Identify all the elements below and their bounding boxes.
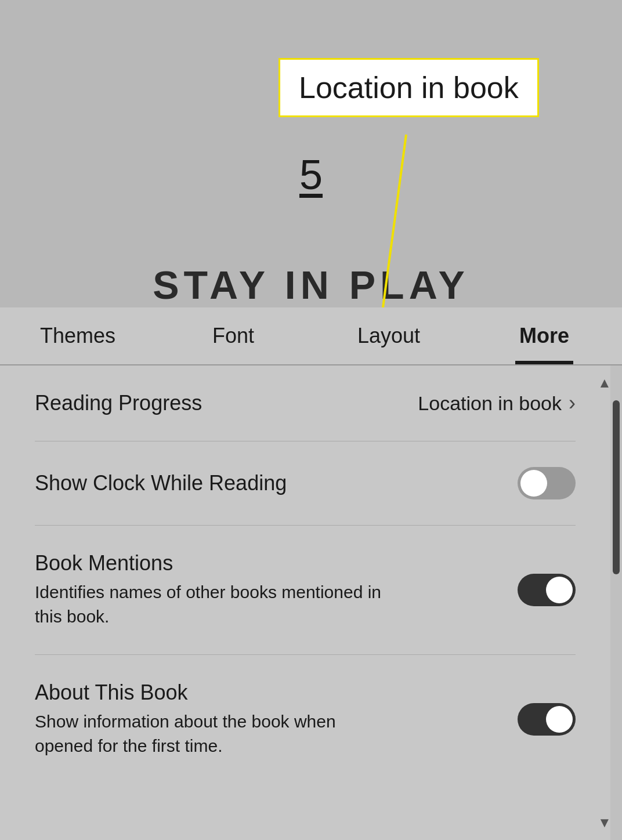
show-clock-title: Show Clock While Reading <box>35 471 518 495</box>
location-tooltip: Location in book <box>279 58 539 117</box>
show-clock-toggle[interactable] <box>518 467 576 499</box>
tab-more[interactable]: More <box>466 307 622 364</box>
book-mentions-title: Book Mentions <box>35 551 518 575</box>
show-clock-left: Show Clock While Reading <box>35 471 518 495</box>
tab-bar: Themes Font Layout More <box>0 307 622 365</box>
show-clock-right <box>518 467 576 499</box>
book-mentions-subtitle: Identifies names of other books mentione… <box>35 580 395 629</box>
book-mentions-right <box>518 574 576 606</box>
reading-progress-item[interactable]: Reading Progress Location in book › <box>35 365 576 441</box>
book-mentions-left: Book Mentions Identifies names of other … <box>35 551 518 629</box>
reading-progress-left: Reading Progress <box>35 391 418 415</box>
page-number-area: 5 <box>299 151 323 198</box>
tab-themes[interactable]: Themes <box>0 307 156 364</box>
settings-panel: ▲ ▼ Reading Progress Location in book › … <box>0 365 622 840</box>
about-book-item: About This Book Show information about t… <box>35 655 576 784</box>
about-book-left: About This Book Show information about t… <box>35 680 518 758</box>
tooltip-text: Location in book <box>299 71 519 104</box>
tab-layout[interactable]: Layout <box>311 307 466 364</box>
tab-font[interactable]: Font <box>156 307 311 364</box>
book-mentions-toggle-knob <box>546 577 573 603</box>
book-mentions-item: Book Mentions Identifies names of other … <box>35 526 576 655</box>
show-clock-item: Show Clock While Reading <box>35 441 576 526</box>
book-mentions-toggle[interactable] <box>518 574 576 606</box>
scrollbar-thumb[interactable] <box>613 400 620 574</box>
page-number: 5 <box>299 151 323 198</box>
about-book-right <box>518 703 576 736</box>
reading-progress-title: Reading Progress <box>35 391 418 415</box>
book-title-partial: STAY IN PLAY <box>0 262 622 307</box>
about-book-subtitle: Show information about the book when ope… <box>35 709 395 758</box>
reading-progress-value: Location in book <box>418 392 562 415</box>
settings-content: Reading Progress Location in book › Show… <box>0 365 622 784</box>
show-clock-toggle-knob <box>520 470 547 497</box>
scrollbar-track <box>610 365 622 840</box>
reading-progress-right: Location in book › <box>418 391 576 415</box>
scrollbar-down-button[interactable]: ▼ <box>587 805 622 840</box>
book-area: Location in book 5 STAY IN PLAY <box>0 0 622 307</box>
about-book-title: About This Book <box>35 680 518 705</box>
about-book-toggle[interactable] <box>518 703 576 736</box>
scrollbar-up-button[interactable]: ▲ <box>587 365 622 400</box>
reading-progress-chevron: › <box>569 391 576 415</box>
about-book-toggle-knob <box>546 706 573 733</box>
